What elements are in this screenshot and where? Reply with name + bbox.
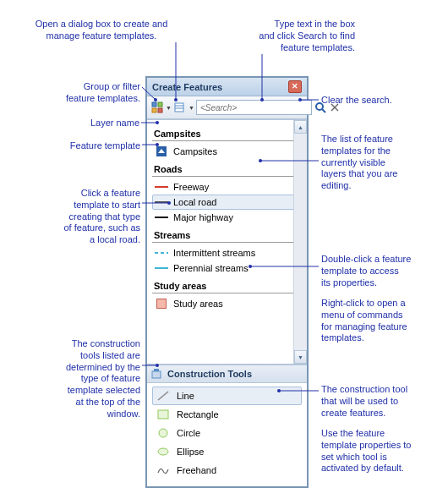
template-label: Local road <box>173 197 216 207</box>
tool-item-ellipse[interactable]: Ellipse <box>152 442 302 461</box>
tool-label: Rectangle <box>177 409 219 419</box>
annot-clear: Clear the search. <box>321 95 392 107</box>
rect-tool-icon <box>156 409 170 420</box>
construction-tools-title: Construction Tools <box>167 369 252 379</box>
scrollbar[interactable]: ▲ ▼ <box>293 120 307 364</box>
tool-label: Ellipse <box>177 447 204 457</box>
template-label: Major highway <box>173 212 233 222</box>
template-item[interactable]: Freeway <box>152 179 302 195</box>
layer-heading: Study areas <box>152 276 302 293</box>
svg-point-16 <box>158 448 168 455</box>
annot-filter: Group or filterfeature templates. <box>39 81 140 105</box>
svg-rect-0 <box>152 102 156 107</box>
close-icon[interactable]: ✕ <box>288 80 302 93</box>
svg-rect-4 <box>175 103 183 112</box>
svg-rect-11 <box>152 371 161 378</box>
annot-organize: Open a dialog box to create andmanage fe… <box>8 19 194 42</box>
annot-template: Feature template <box>59 140 140 152</box>
line-symbol-icon <box>155 263 168 273</box>
svg-point-15 <box>159 429 167 437</box>
freehand-tool-icon <box>156 464 170 476</box>
scroll-up-icon[interactable]: ▲ <box>294 120 307 134</box>
circle-tool-icon <box>156 427 170 439</box>
annot-tool-current: The construction toolthat will be used t… <box>321 384 431 419</box>
tools-list: LineRectangleCircleEllipseFreehand <box>147 383 307 486</box>
scroll-track[interactable] <box>294 134 307 350</box>
square-symbol-icon <box>155 299 168 309</box>
construction-tools-header[interactable]: Construction Tools <box>147 365 307 383</box>
template-item[interactable]: Perennial streams <box>152 260 302 276</box>
window-title: Create Features <box>152 82 288 92</box>
annot-dblclick: Double-click a featuretemplate to access… <box>321 254 431 288</box>
create-features-panel: Create Features ✕ ▼ ▼ CampsitesCampsites… <box>145 76 309 488</box>
svg-line-8 <box>322 109 325 112</box>
group-filter-button[interactable] <box>150 99 164 116</box>
ellipse-tool-icon <box>156 446 170 458</box>
organize-dropdown-icon[interactable]: ▼ <box>188 105 194 111</box>
template-item[interactable]: Intermittent streams <box>152 245 302 260</box>
tool-item-circle[interactable]: Circle <box>152 424 302 442</box>
template-label: Intermittent streams <box>173 248 255 258</box>
annot-layer: Layer name <box>85 118 139 129</box>
dash-symbol-icon <box>155 248 168 258</box>
svg-line-13 <box>158 392 168 400</box>
annot-default-tool: Use the featuretemplate properties toset… <box>321 428 440 474</box>
line-symbol-icon <box>155 182 168 192</box>
template-item[interactable]: Study areas <box>152 296 302 311</box>
layer-heading: Streams <box>152 225 302 243</box>
annot-rightclick: Right-click to open amenu of commandsfor… <box>321 298 431 344</box>
svg-rect-2 <box>152 108 156 112</box>
annot-list: The list of featuretemplates for thecurr… <box>321 134 431 192</box>
layer-heading: Campsites <box>152 123 302 141</box>
point-symbol-icon <box>155 146 168 156</box>
toolbar: ▼ ▼ <box>147 96 307 119</box>
scroll-down-icon[interactable]: ▼ <box>294 350 307 364</box>
annot-tools: The constructiontools listed aredetermin… <box>51 338 140 419</box>
template-label: Study areas <box>173 299 223 309</box>
tool-item-rect[interactable]: Rectangle <box>152 405 302 424</box>
titlebar[interactable]: Create Features ✕ <box>147 78 307 96</box>
annot-search: Type text in the boxand click Search to … <box>245 19 355 53</box>
annot-click: Click a featuretemplate to startcreating… <box>47 188 140 246</box>
template-label: Freeway <box>173 182 209 192</box>
svg-rect-14 <box>158 410 168 419</box>
template-item[interactable]: Major highway <box>152 210 302 225</box>
line-symbol-icon <box>155 212 168 222</box>
line-symbol-icon <box>155 197 168 207</box>
group-filter-dropdown-icon[interactable]: ▼ <box>166 105 172 111</box>
tool-label: Line <box>177 391 194 401</box>
tool-item-line[interactable]: Line <box>152 387 302 405</box>
tool-label: Freehand <box>177 465 216 475</box>
tools-icon <box>151 368 163 380</box>
tool-label: Circle <box>177 428 200 438</box>
organize-templates-button[interactable] <box>173 99 187 116</box>
template-item[interactable]: Local road <box>152 195 302 210</box>
line-tool-icon <box>156 390 170 402</box>
svg-rect-12 <box>154 369 159 371</box>
svg-rect-3 <box>158 108 162 112</box>
template-label: Campsites <box>173 146 217 156</box>
svg-rect-1 <box>158 102 162 107</box>
template-item[interactable]: Campsites <box>152 144 302 159</box>
templates-list: CampsitesCampsitesRoadsFreewayLocal road… <box>147 119 307 365</box>
tool-item-freehand[interactable]: Freehand <box>152 461 302 480</box>
layer-heading: Roads <box>152 159 302 177</box>
search-input[interactable] <box>196 100 312 115</box>
template-label: Perennial streams <box>173 263 249 273</box>
